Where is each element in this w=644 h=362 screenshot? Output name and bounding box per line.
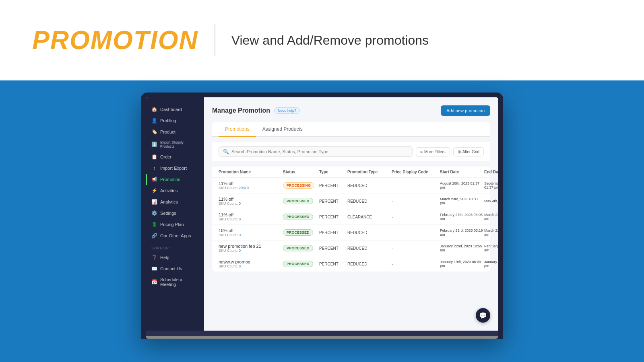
table-row: 11% off SKU Count: 0 PROCESSED PERCENT C…: [212, 209, 490, 225]
import-shopify-icon: ⬇️: [151, 142, 157, 147]
laptop-bottom-bar: [146, 331, 498, 336]
cell-promo-type-1: REDUCED: [347, 199, 392, 204]
help-icon: ❓: [151, 255, 157, 260]
cell-start-date-1: March 23rd, 2023 07:17 pm: [440, 197, 484, 205]
sku-count-3: SKU Count: 0: [219, 233, 283, 237]
cell-price-display-1: -: [392, 199, 440, 204]
dashboard-icon: 🏠: [151, 107, 157, 112]
cell-name-4: new promotion feb 21 SKU Count: 0: [219, 244, 283, 253]
promotions-table: Promotion Name Status Type Promotion Typ…: [212, 167, 490, 272]
sidebar-item-promotion[interactable]: 📢 Promotion: [146, 174, 204, 185]
sidebar-item-import-shopify[interactable]: ⬇️ Import Shopify Products: [146, 138, 204, 151]
import-export-icon: ↕️: [151, 165, 157, 171]
sku-value-0: 20319: [239, 186, 249, 190]
cell-name-3: 10% off SKU Count: 0: [219, 228, 283, 237]
chat-button[interactable]: 💬: [476, 308, 490, 323]
sidebar-item-contact[interactable]: ✉️ Contact Us: [146, 263, 204, 274]
cell-name-0: 11% off SKU Count: 20319: [219, 181, 283, 190]
col-header-end-date: End Date: [484, 170, 498, 174]
table-row: 11% off SKU Count: 20319 PROCESSING PERC…: [212, 178, 490, 193]
sidebar-item-settings[interactable]: ⚙️ Settings: [146, 208, 204, 219]
tabs-container: Promotions Assigned Products: [212, 122, 490, 137]
sidebar-label-help: Help: [160, 255, 169, 260]
cell-price-display-4: -: [392, 246, 440, 251]
cell-promo-type-3: REDUCED: [347, 230, 392, 235]
sidebar-item-product[interactable]: 🏷️ Product: [146, 126, 204, 138]
sidebar-item-activities[interactable]: ⚡ Activities: [146, 185, 204, 196]
cell-price-display-5: -: [392, 262, 440, 266]
settings-icon: ⚙️: [151, 210, 157, 216]
cell-status-0: PROCESSING: [283, 182, 319, 189]
search-filter-area: 🔍 ≡ More Filters ⊞ Alter Grid: [212, 142, 490, 161]
cell-promo-type-2: CLEARANCE: [347, 215, 392, 219]
schedule-icon: 📅: [151, 279, 157, 285]
analytics-icon: 📊: [151, 199, 157, 205]
table-header: Promotion Name Status Type Promotion Typ…: [212, 167, 490, 178]
sku-value-4: 0: [239, 249, 241, 253]
col-header-type: Type: [319, 170, 347, 174]
page-subtitle: View and Add/Remove promotions: [231, 33, 429, 48]
sidebar-label-product: Product: [160, 130, 175, 134]
table-row: 10% off SKU Count: 0 PROCESSED PERCENT R…: [212, 225, 490, 241]
order-icon: 📋: [151, 154, 157, 160]
sidebar-label-activities: Activities: [160, 188, 178, 193]
laptop-frame: 🏠 Dashboard 👤 Profiling 🏷️ Product ⬇️ Im…: [141, 93, 503, 339]
search-input[interactable]: [231, 149, 408, 154]
promo-name-4: new promotion feb 21: [219, 244, 283, 249]
main-content: Manage Promotion Need help? Add new prom…: [204, 97, 498, 331]
promo-name-2: 11% off: [219, 212, 283, 217]
search-icon: 🔍: [223, 149, 229, 154]
sidebar-item-analytics[interactable]: 📊 Analytics: [146, 196, 204, 208]
need-help-badge[interactable]: Need help?: [274, 107, 300, 114]
status-badge-2: PROCESSED: [283, 214, 313, 220]
support-section-label: SUPPORT: [146, 241, 204, 252]
cell-type-5: PERCENT: [319, 262, 347, 266]
pricing-icon: 💲: [151, 222, 157, 227]
cell-price-display-3: -: [392, 230, 440, 235]
cell-price-display-0: -: [392, 183, 440, 188]
alter-grid-label: Alter Grid: [462, 150, 479, 154]
sidebar-label-contact: Contact Us: [160, 266, 182, 271]
sidebar-item-order[interactable]: 📋 Order: [146, 151, 204, 162]
contact-icon: ✉️: [151, 266, 157, 272]
col-header-status: Status: [283, 170, 319, 174]
sku-count-1: SKU Count: 0: [219, 202, 283, 206]
sku-count-4: SKU Count: 0: [219, 249, 283, 253]
sidebar-label-pricing: Pricing Plan: [160, 222, 184, 227]
table-row: neww.w promoo SKU Count: 0 PROCESSED PER…: [212, 256, 490, 272]
product-icon: 🏷️: [151, 129, 157, 135]
cell-start-date-0: August 28th, 2023 01:37 pm: [440, 181, 484, 189]
sidebar-item-schedule[interactable]: 📅 Schedule a Meeting: [146, 274, 204, 290]
search-input-wrap[interactable]: 🔍: [219, 146, 413, 157]
more-filters-label: More Filters: [424, 150, 446, 154]
table-body: 11% off SKU Count: 20319 PROCESSING PERC…: [212, 178, 490, 272]
col-header-start-date: Start Date: [440, 170, 484, 174]
cell-name-5: neww.w promoo SKU Count: 0: [219, 259, 283, 268]
table-row: new promotion feb 21 SKU Count: 0 PROCES…: [212, 241, 490, 256]
promo-name-1: 11% off: [219, 197, 283, 202]
sidebar-item-pricing-plan[interactable]: 💲 Pricing Plan: [146, 219, 204, 230]
add-new-promotion-button[interactable]: Add new promotion: [441, 105, 490, 116]
alter-grid-button[interactable]: ⊞ Alter Grid: [453, 147, 484, 156]
sidebar-label-order: Order: [160, 154, 171, 159]
tab-promotions[interactable]: Promotions: [219, 122, 256, 137]
sku-count-5: SKU Count: 0: [219, 264, 283, 268]
page-title: PROMOTION: [32, 25, 198, 55]
sidebar-label-import-shopify: Import Shopify Products: [160, 140, 198, 148]
more-filters-button[interactable]: ≡ More Filters: [416, 147, 450, 156]
activities-icon: ⚡: [151, 188, 157, 193]
profiling-icon: 👤: [151, 118, 157, 123]
cell-status-2: PROCESSED: [283, 214, 319, 220]
sidebar-item-help[interactable]: ❓ Help: [146, 252, 204, 263]
sidebar-item-profiling[interactable]: 👤 Profiling: [146, 115, 204, 126]
sidebar-item-other-apps[interactable]: 🔗 Our Other Apps: [146, 230, 204, 241]
sidebar-item-dashboard[interactable]: 🏠 Dashboard: [146, 104, 204, 115]
status-badge-5: PROCESSED: [283, 261, 313, 267]
grid-icon: ⊞: [458, 150, 461, 154]
cell-type-3: PERCENT: [319, 230, 347, 235]
sidebar-item-import-export[interactable]: ↕️ Import Export: [146, 162, 204, 174]
cell-status-3: PROCESSED: [283, 229, 319, 236]
tab-assigned-products[interactable]: Assigned Products: [256, 122, 309, 137]
col-header-promo-type: Promotion Type: [347, 170, 392, 174]
page-header-section: PROMOTION View and Add/Remove promotions: [0, 0, 644, 80]
